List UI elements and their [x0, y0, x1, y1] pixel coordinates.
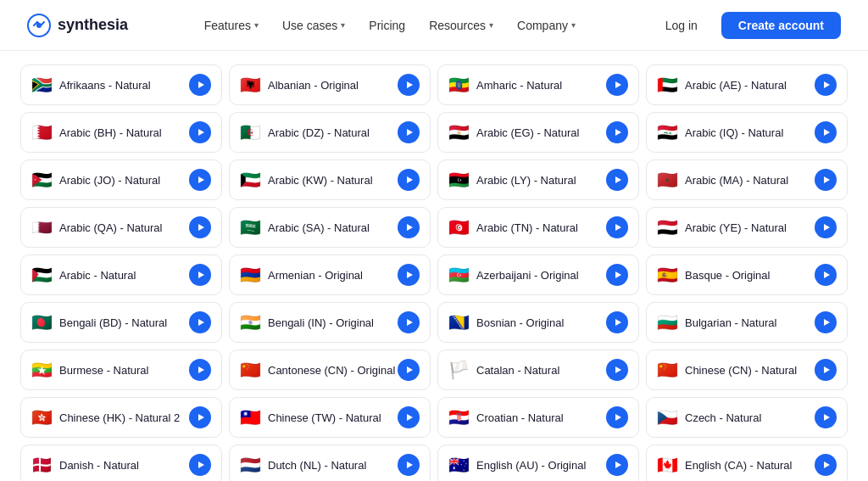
play-button[interactable] [606, 169, 628, 191]
lang-card[interactable]: 🇨🇦English (CA) - Natural [646, 445, 848, 481]
play-button[interactable] [189, 359, 211, 381]
lang-left: 🇿🇦Afrikaans - Natural [31, 76, 151, 93]
svg-marker-13 [824, 176, 830, 183]
lang-card[interactable]: 🇳🇱Dutch (NL) - Natural [229, 445, 431, 481]
play-button[interactable] [606, 359, 628, 381]
play-button[interactable] [815, 454, 837, 476]
play-button[interactable] [398, 454, 420, 476]
lang-card[interactable]: 🇿🇦Afrikaans - Natural [20, 64, 222, 105]
play-button[interactable] [189, 454, 211, 476]
lang-card[interactable]: 🇩🇿Arabic (DZ) - Natural [229, 112, 431, 153]
play-button[interactable] [189, 74, 211, 96]
lang-left: 🇭🇰Chinese (HK) - Natural 2 [31, 409, 180, 426]
lang-card[interactable]: 🇶🇦Arabic (QA) - Natural [20, 207, 222, 248]
create-account-button[interactable]: Create account [721, 12, 841, 39]
play-button[interactable] [398, 121, 420, 143]
flag-icon: 🇨🇳 [657, 361, 678, 378]
lang-card[interactable]: 🇭🇷Croatian - Natural [437, 397, 639, 438]
lang-card[interactable]: 🇭🇰Chinese (HK) - Natural 2 [20, 397, 222, 438]
svg-marker-7 [407, 129, 413, 136]
nav-item-pricing[interactable]: Pricing [359, 14, 415, 37]
nav-item-company[interactable]: Company▾ [507, 14, 586, 37]
play-button[interactable] [606, 264, 628, 286]
login-button[interactable]: Log in [652, 12, 711, 39]
play-button[interactable] [606, 406, 628, 428]
play-button[interactable] [606, 311, 628, 333]
lang-card[interactable]: 🇮🇶Arabic (IQ) - Natural [646, 112, 848, 153]
nav-item-resources[interactable]: Resources▾ [419, 14, 504, 37]
lang-name: Arabic (SA) - Natural [268, 221, 370, 234]
nav-item-features[interactable]: Features▾ [194, 14, 269, 37]
lang-card[interactable]: 🇪🇹Amharic - Natural [437, 64, 639, 105]
play-button[interactable] [815, 169, 837, 191]
play-button[interactable] [398, 264, 420, 286]
lang-card[interactable]: 🇸🇦Arabic (SA) - Natural [229, 207, 431, 248]
play-button[interactable] [189, 311, 211, 333]
lang-card[interactable]: 🇪🇬Arabic (EG) - Natural [437, 112, 639, 153]
play-button[interactable] [606, 454, 628, 476]
play-button[interactable] [815, 74, 837, 96]
play-button[interactable] [815, 359, 837, 381]
play-button[interactable] [606, 121, 628, 143]
lang-card[interactable]: 🇧🇭Arabic (BH) - Natural [20, 112, 222, 153]
play-icon [197, 413, 205, 422]
play-button[interactable] [815, 406, 837, 428]
lang-card[interactable]: 🇹🇼Chinese (TW) - Natural [229, 397, 431, 438]
lang-name: Arabic (TN) - Natural [476, 221, 578, 234]
lang-card[interactable]: 🇰🇼Arabic (KW) - Natural [229, 159, 431, 200]
lang-left: 🇯🇴Arabic (JO) - Natural [31, 171, 160, 188]
play-button[interactable] [815, 121, 837, 143]
play-button[interactable] [815, 216, 837, 238]
flag-icon: 🇭🇷 [448, 409, 470, 426]
play-button[interactable] [398, 406, 420, 428]
lang-card[interactable]: 🇦🇺English (AU) - Original [437, 445, 639, 481]
play-button[interactable] [398, 359, 420, 381]
play-button[interactable] [815, 311, 837, 333]
lang-card[interactable]: 🇪🇸Basque - Original [646, 254, 848, 295]
play-button[interactable] [189, 264, 211, 286]
svg-marker-20 [615, 271, 621, 278]
play-button[interactable] [398, 216, 420, 238]
lang-card[interactable]: 🇧🇩Bengali (BD) - Natural [20, 302, 222, 343]
play-button[interactable] [189, 216, 211, 238]
play-icon [822, 318, 831, 327]
play-button[interactable] [815, 264, 837, 286]
lang-card[interactable]: 🇹🇳Arabic (TN) - Natural [437, 207, 639, 248]
play-button[interactable] [606, 216, 628, 238]
chevron-down-icon: ▾ [571, 20, 576, 30]
lang-card[interactable]: 🇱🇾Arabic (LY) - Natural [437, 159, 639, 200]
play-icon [197, 366, 205, 374]
lang-card[interactable]: 🇦🇿Azerbaijani - Original [437, 254, 639, 295]
lang-card[interactable]: 🇨🇿Czech - Natural [646, 397, 848, 438]
lang-card[interactable]: 🇮🇳Bengali (IN) - Original [229, 302, 431, 343]
lang-card[interactable]: 🇲🇦Arabic (MA) - Natural [646, 159, 848, 200]
play-button[interactable] [398, 311, 420, 333]
play-button[interactable] [189, 169, 211, 191]
logo[interactable]: synthesia [27, 14, 128, 37]
flag-icon: 🇦🇺 [448, 456, 470, 473]
lang-card[interactable]: 🇦🇲Armenian - Original [229, 254, 431, 295]
lang-card[interactable]: 🇩🇰Danish - Natural [20, 445, 222, 481]
lang-card[interactable]: 🇦🇪Arabic (AE) - Natural [646, 64, 848, 105]
lang-card[interactable]: 🇯🇴Arabic (JO) - Natural [20, 159, 222, 200]
lang-card[interactable]: 🇧🇦Bosnian - Original [437, 302, 639, 343]
svg-marker-11 [407, 176, 413, 183]
lang-card[interactable]: 🇾🇪Arabic (YE) - Natural [646, 207, 848, 248]
lang-card[interactable]: 🇧🇬Bulgarian - Natural [646, 302, 848, 343]
play-button[interactable] [398, 74, 420, 96]
lang-card[interactable]: 🏳️Catalan - Natural [437, 350, 639, 390]
lang-card[interactable]: 🇨🇳Chinese (CN) - Natural [646, 350, 848, 390]
play-button[interactable] [398, 169, 420, 191]
play-button[interactable] [606, 74, 628, 96]
lang-card[interactable]: 🇲🇲Burmese - Natural [20, 350, 222, 390]
lang-card[interactable]: 🇵🇸Arabic - Natural [20, 254, 222, 295]
lang-card[interactable]: 🇦🇱Albanian - Original [229, 64, 431, 105]
play-button[interactable] [189, 121, 211, 143]
lang-name: Albanian - Original [268, 79, 359, 92]
lang-left: 🇱🇾Arabic (LY) - Natural [448, 171, 576, 188]
play-button[interactable] [189, 406, 211, 428]
lang-name: Arabic (YE) - Natural [685, 221, 787, 234]
lang-left: 🇨🇳Chinese (CN) - Natural [657, 361, 797, 378]
lang-card[interactable]: 🇨🇳Cantonese (CN) - Original [229, 350, 431, 390]
nav-item-use-cases[interactable]: Use cases▾ [272, 14, 355, 37]
